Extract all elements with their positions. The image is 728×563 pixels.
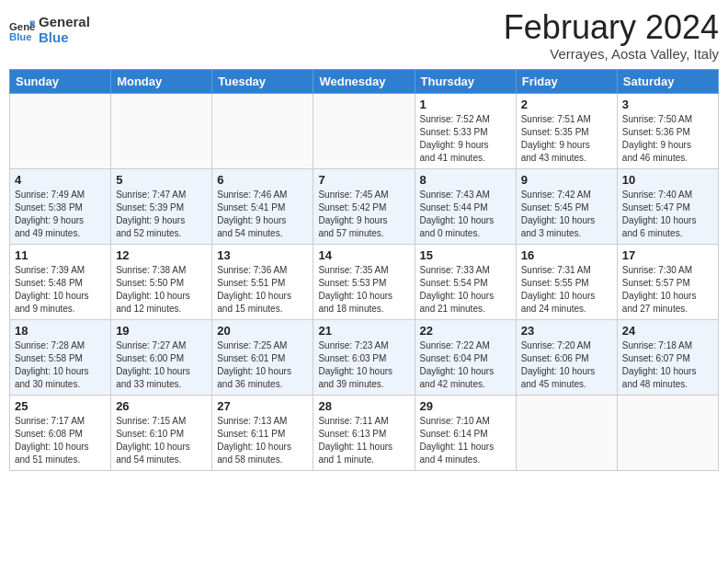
- header-sunday: Sunday: [10, 69, 111, 93]
- day-info: Sunrise: 7:28 AM Sunset: 5:58 PM Dayligh…: [15, 339, 106, 391]
- calendar-cell: 10Sunrise: 7:40 AM Sunset: 5:47 PM Dayli…: [617, 168, 718, 244]
- day-info: Sunrise: 7:17 AM Sunset: 6:08 PM Dayligh…: [15, 415, 106, 466]
- calendar-cell: 21Sunrise: 7:23 AM Sunset: 6:03 PM Dayli…: [313, 319, 415, 395]
- calendar-cell: 7Sunrise: 7:45 AM Sunset: 5:42 PM Daylig…: [313, 168, 415, 244]
- calendar-cell: [10, 93, 111, 168]
- day-info: Sunrise: 7:31 AM Sunset: 5:55 PM Dayligh…: [521, 264, 612, 316]
- calendar-cell: [516, 395, 617, 470]
- day-number: 3: [622, 98, 713, 111]
- calendar-table: SundayMondayTuesdayWednesdayThursdayFrid…: [9, 69, 719, 471]
- day-info: Sunrise: 7:10 AM Sunset: 6:14 PM Dayligh…: [420, 415, 511, 466]
- day-number: 17: [622, 248, 713, 262]
- calendar-cell: 14Sunrise: 7:35 AM Sunset: 5:53 PM Dayli…: [313, 244, 415, 319]
- day-info: Sunrise: 7:13 AM Sunset: 6:11 PM Dayligh…: [217, 415, 308, 466]
- day-number: 7: [318, 173, 409, 187]
- header-tuesday: Tuesday: [212, 69, 313, 93]
- calendar-cell: 8Sunrise: 7:43 AM Sunset: 5:44 PM Daylig…: [415, 168, 516, 244]
- day-number: 12: [116, 248, 207, 262]
- day-info: Sunrise: 7:43 AM Sunset: 5:44 PM Dayligh…: [420, 189, 511, 240]
- day-info: Sunrise: 7:35 AM Sunset: 5:53 PM Dayligh…: [318, 264, 409, 316]
- day-number: 14: [318, 248, 409, 262]
- day-info: Sunrise: 7:30 AM Sunset: 5:57 PM Dayligh…: [622, 264, 713, 316]
- day-number: 4: [15, 173, 106, 187]
- day-number: 23: [521, 324, 612, 338]
- calendar-cell: 26Sunrise: 7:15 AM Sunset: 6:10 PM Dayli…: [111, 395, 212, 470]
- day-info: Sunrise: 7:50 AM Sunset: 5:36 PM Dayligh…: [622, 113, 713, 165]
- logo: General Blue General Blue: [9, 15, 90, 45]
- header-wednesday: Wednesday: [313, 69, 415, 93]
- calendar-cell: 23Sunrise: 7:20 AM Sunset: 6:06 PM Dayli…: [516, 319, 617, 395]
- calendar-row-2: 11Sunrise: 7:39 AM Sunset: 5:48 PM Dayli…: [10, 244, 719, 319]
- day-info: Sunrise: 7:38 AM Sunset: 5:50 PM Dayligh…: [116, 264, 207, 316]
- day-info: Sunrise: 7:46 AM Sunset: 5:41 PM Dayligh…: [217, 189, 308, 240]
- calendar-cell: 12Sunrise: 7:38 AM Sunset: 5:50 PM Dayli…: [111, 244, 212, 319]
- calendar-cell: [617, 395, 718, 470]
- calendar-row-3: 18Sunrise: 7:28 AM Sunset: 5:58 PM Dayli…: [10, 319, 719, 395]
- day-number: 9: [521, 173, 612, 187]
- day-info: Sunrise: 7:47 AM Sunset: 5:39 PM Dayligh…: [116, 189, 207, 240]
- day-info: Sunrise: 7:40 AM Sunset: 5:47 PM Dayligh…: [622, 189, 713, 240]
- calendar-cell: 6Sunrise: 7:46 AM Sunset: 5:41 PM Daylig…: [212, 168, 313, 244]
- calendar-row-4: 25Sunrise: 7:17 AM Sunset: 6:08 PM Dayli…: [10, 395, 719, 470]
- page-header: General Blue General Blue February 2024 …: [9, 9, 719, 62]
- day-number: 28: [318, 399, 409, 413]
- day-number: 21: [318, 324, 409, 338]
- day-info: Sunrise: 7:22 AM Sunset: 6:04 PM Dayligh…: [420, 339, 511, 391]
- day-number: 6: [217, 173, 308, 187]
- day-number: 24: [622, 324, 713, 338]
- calendar-subtitle: Verrayes, Aosta Valley, Italy: [504, 46, 719, 62]
- day-number: 5: [116, 173, 207, 187]
- day-number: 20: [217, 324, 308, 338]
- day-number: 16: [521, 248, 612, 262]
- calendar-cell: 24Sunrise: 7:18 AM Sunset: 6:07 PM Dayli…: [617, 319, 718, 395]
- calendar-cell: 29Sunrise: 7:10 AM Sunset: 6:14 PM Dayli…: [415, 395, 516, 470]
- day-info: Sunrise: 7:45 AM Sunset: 5:42 PM Dayligh…: [318, 189, 409, 240]
- calendar-cell: 4Sunrise: 7:49 AM Sunset: 5:38 PM Daylig…: [10, 168, 111, 244]
- calendar-cell: 28Sunrise: 7:11 AM Sunset: 6:13 PM Dayli…: [313, 395, 415, 470]
- day-info: Sunrise: 7:42 AM Sunset: 5:45 PM Dayligh…: [521, 189, 612, 240]
- day-info: Sunrise: 7:39 AM Sunset: 5:48 PM Dayligh…: [15, 264, 106, 316]
- day-info: Sunrise: 7:51 AM Sunset: 5:35 PM Dayligh…: [521, 113, 612, 165]
- day-number: 11: [15, 248, 106, 262]
- calendar-cell: 27Sunrise: 7:13 AM Sunset: 6:11 PM Dayli…: [212, 395, 313, 470]
- calendar-cell: 25Sunrise: 7:17 AM Sunset: 6:08 PM Dayli…: [10, 395, 111, 470]
- calendar-cell: 22Sunrise: 7:22 AM Sunset: 6:04 PM Dayli…: [415, 319, 516, 395]
- day-number: 29: [420, 399, 511, 413]
- day-number: 25: [15, 399, 106, 413]
- calendar-title: February 2024: [504, 9, 719, 46]
- calendar-cell: 20Sunrise: 7:25 AM Sunset: 6:01 PM Dayli…: [212, 319, 313, 395]
- day-number: 10: [622, 173, 713, 187]
- header-saturday: Saturday: [617, 69, 718, 93]
- calendar-cell: 1Sunrise: 7:52 AM Sunset: 5:33 PM Daylig…: [415, 93, 516, 168]
- logo-icon: General Blue: [9, 17, 35, 43]
- day-info: Sunrise: 7:11 AM Sunset: 6:13 PM Dayligh…: [318, 415, 409, 466]
- day-number: 2: [521, 98, 612, 111]
- calendar-cell: 3Sunrise: 7:50 AM Sunset: 5:36 PM Daylig…: [617, 93, 718, 168]
- calendar-cell: [212, 93, 313, 168]
- day-number: 22: [420, 324, 511, 338]
- calendar-row-0: 1Sunrise: 7:52 AM Sunset: 5:33 PM Daylig…: [10, 93, 719, 168]
- calendar-cell: 9Sunrise: 7:42 AM Sunset: 5:45 PM Daylig…: [516, 168, 617, 244]
- day-number: 1: [420, 98, 511, 111]
- calendar-cell: 17Sunrise: 7:30 AM Sunset: 5:57 PM Dayli…: [617, 244, 718, 319]
- calendar-cell: 2Sunrise: 7:51 AM Sunset: 5:35 PM Daylig…: [516, 93, 617, 168]
- title-area: February 2024 Verrayes, Aosta Valley, It…: [504, 9, 719, 62]
- day-number: 15: [420, 248, 511, 262]
- day-info: Sunrise: 7:23 AM Sunset: 6:03 PM Dayligh…: [318, 339, 409, 391]
- calendar-cell: 18Sunrise: 7:28 AM Sunset: 5:58 PM Dayli…: [10, 319, 111, 395]
- calendar-cell: 16Sunrise: 7:31 AM Sunset: 5:55 PM Dayli…: [516, 244, 617, 319]
- header-row: SundayMondayTuesdayWednesdayThursdayFrid…: [10, 69, 719, 93]
- day-number: 27: [217, 399, 308, 413]
- calendar-cell: 13Sunrise: 7:36 AM Sunset: 5:51 PM Dayli…: [212, 244, 313, 319]
- logo-general: General: [39, 15, 90, 30]
- svg-text:Blue: Blue: [9, 30, 32, 41]
- header-monday: Monday: [111, 69, 212, 93]
- day-info: Sunrise: 7:52 AM Sunset: 5:33 PM Dayligh…: [420, 113, 511, 165]
- calendar-cell: 15Sunrise: 7:33 AM Sunset: 5:54 PM Dayli…: [415, 244, 516, 319]
- header-thursday: Thursday: [415, 69, 516, 93]
- calendar-cell: 5Sunrise: 7:47 AM Sunset: 5:39 PM Daylig…: [111, 168, 212, 244]
- calendar-cell: 19Sunrise: 7:27 AM Sunset: 6:00 PM Dayli…: [111, 319, 212, 395]
- calendar-row-1: 4Sunrise: 7:49 AM Sunset: 5:38 PM Daylig…: [10, 168, 719, 244]
- day-info: Sunrise: 7:18 AM Sunset: 6:07 PM Dayligh…: [622, 339, 713, 391]
- day-info: Sunrise: 7:25 AM Sunset: 6:01 PM Dayligh…: [217, 339, 308, 391]
